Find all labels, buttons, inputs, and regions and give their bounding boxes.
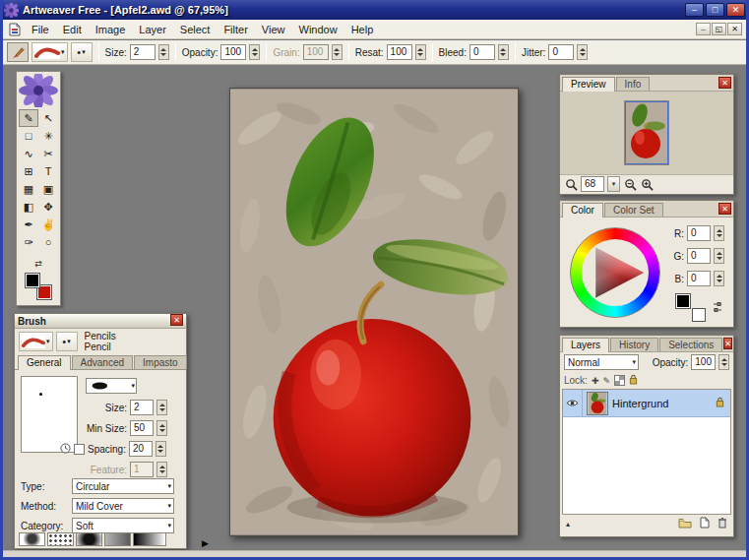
brush-dialog-close-button[interactable]: ✕: [170, 314, 183, 326]
foreground-color-swatch[interactable]: [26, 274, 39, 287]
brush-size-dot-button[interactable]: • ▾: [71, 42, 93, 62]
preset-stroke-button[interactable]: ▾: [19, 332, 53, 351]
foreground-color-swatch[interactable]: [676, 294, 690, 308]
tool-lasso[interactable]: ∿: [19, 145, 38, 162]
layer-opacity-input[interactable]: 100: [691, 354, 716, 370]
canvas[interactable]: [229, 88, 519, 536]
tool-dropper[interactable]: ✑: [19, 233, 38, 251]
spacing-checkbox[interactable]: [74, 444, 85, 455]
preview-panel-close-button[interactable]: ✕: [718, 77, 731, 89]
opacity-spinner[interactable]: [249, 44, 260, 60]
spacing-input[interactable]: 20: [129, 441, 153, 457]
resat-input[interactable]: 100: [387, 44, 412, 60]
tab-advanced[interactable]: Advanced: [72, 355, 133, 369]
tool-brush[interactable]: ✎: [19, 109, 38, 127]
tool-pen[interactable]: ✒: [19, 216, 38, 233]
tab-general[interactable]: General: [18, 355, 71, 370]
tool-crop[interactable]: ✂: [38, 145, 58, 162]
lock-position-icon[interactable]: ✚: [592, 376, 599, 386]
blue-input[interactable]: 0: [687, 271, 711, 286]
tab-info[interactable]: Info: [616, 77, 651, 91]
layer-row[interactable]: Hintergrund: [563, 390, 730, 417]
lock-all-icon[interactable]: [629, 374, 638, 387]
tool-move[interactable]: ↖: [38, 109, 58, 127]
preview-thumbnail[interactable]: [625, 101, 668, 164]
resat-spinner[interactable]: [415, 44, 426, 60]
bleed-spinner[interactable]: [498, 44, 509, 60]
maximize-button[interactable]: □: [706, 3, 724, 17]
minimize-button[interactable]: –: [685, 3, 704, 17]
zoom-in-button[interactable]: [640, 177, 654, 191]
tool-fill[interactable]: ▣: [38, 180, 58, 198]
jitter-spinner[interactable]: [577, 44, 588, 60]
size-input[interactable]: 2: [130, 44, 156, 60]
jitter-input[interactable]: 0: [548, 44, 574, 60]
layer-visibility-toggle[interactable]: [563, 390, 583, 417]
brush-variant-swatch[interactable]: [76, 532, 102, 546]
min-size-input[interactable]: 50: [130, 420, 154, 436]
menu-layer[interactable]: Layer: [132, 22, 173, 37]
stroke-preview-button[interactable]: ▾: [31, 42, 68, 62]
red-spinner[interactable]: [714, 225, 724, 241]
preview-zoom-input[interactable]: 68: [581, 176, 604, 192]
green-input[interactable]: 0: [687, 248, 711, 264]
tab-color-set[interactable]: Color Set: [604, 203, 663, 217]
method-select[interactable]: Mild Cover ▾: [72, 498, 174, 514]
tool-zoom[interactable]: ○: [38, 233, 58, 251]
tab-preview[interactable]: Preview: [562, 77, 615, 92]
lock-transparency-icon[interactable]: [614, 375, 625, 386]
brush-variant-swatch[interactable]: [133, 532, 166, 546]
type-select[interactable]: Circular ▾: [72, 478, 174, 494]
menu-image[interactable]: Image: [89, 22, 133, 37]
brush-variant-swatch[interactable]: [19, 532, 45, 546]
tab-selections[interactable]: Selections: [659, 338, 722, 351]
swap-colors-button[interactable]: ⇄: [30, 259, 47, 271]
background-color-swatch[interactable]: [692, 308, 706, 322]
tab-impasto[interactable]: Impasto: [134, 355, 187, 369]
menu-edit[interactable]: Edit: [56, 22, 89, 37]
brush-variant-swatch[interactable]: [47, 532, 74, 546]
tool-rect-select[interactable]: □: [19, 127, 38, 145]
tool-eraser[interactable]: ◧: [19, 198, 38, 216]
color-wheel[interactable]: [570, 227, 660, 318]
opacity-input[interactable]: 100: [220, 44, 246, 60]
tab-color[interactable]: Color: [562, 203, 603, 218]
zoom-out-button[interactable]: [623, 177, 637, 191]
menu-select[interactable]: Select: [173, 22, 218, 37]
green-spinner[interactable]: [714, 248, 724, 264]
menu-window[interactable]: Window: [292, 22, 344, 37]
delete-layer-button[interactable]: [718, 517, 727, 530]
blue-spinner[interactable]: [714, 271, 724, 286]
new-layer-button[interactable]: [700, 517, 710, 530]
layers-scroll-up-button[interactable]: ▴: [566, 520, 570, 529]
scroll-right-button[interactable]: ▶: [202, 538, 209, 548]
background-color-swatch[interactable]: [37, 285, 51, 299]
close-button[interactable]: ✕: [726, 3, 745, 17]
tab-history[interactable]: History: [610, 338, 658, 351]
color-sliders-icon[interactable]: [712, 300, 723, 316]
preview-zoom-dropdown[interactable]: ▾: [607, 176, 620, 192]
tool-clone-stamp[interactable]: ✥: [38, 198, 58, 216]
layers-panel-close-button[interactable]: ✕: [723, 338, 732, 349]
tab-layers[interactable]: Layers: [562, 338, 609, 352]
min-size-spinner[interactable]: [156, 420, 167, 436]
menu-help[interactable]: Help: [344, 22, 381, 37]
layer-opacity-spinner[interactable]: [718, 354, 729, 370]
tool-text[interactable]: T: [38, 162, 58, 180]
brush-size-input[interactable]: 2: [130, 400, 154, 415]
spacing-spinner[interactable]: [156, 441, 166, 457]
preset-dot-button[interactable]: • ▾: [56, 332, 78, 351]
menu-view[interactable]: View: [255, 22, 292, 37]
layer-thumbnail[interactable]: [587, 392, 608, 415]
bleed-input[interactable]: 0: [469, 44, 495, 60]
color-panel-close-button[interactable]: ✕: [718, 203, 731, 215]
menu-filter[interactable]: Filter: [217, 22, 254, 37]
tool-shape-grid[interactable]: ⊞: [19, 162, 38, 180]
tool-hand[interactable]: ✌: [38, 216, 58, 233]
brush-variant-swatch[interactable]: [104, 532, 131, 546]
mdi-minimize-button[interactable]: –: [696, 23, 711, 35]
menu-file[interactable]: File: [25, 22, 56, 37]
tool-gradient[interactable]: ▦: [19, 180, 38, 198]
tool-magic-wand[interactable]: ✳: [38, 127, 58, 145]
lock-paint-icon[interactable]: ✎: [602, 376, 610, 386]
